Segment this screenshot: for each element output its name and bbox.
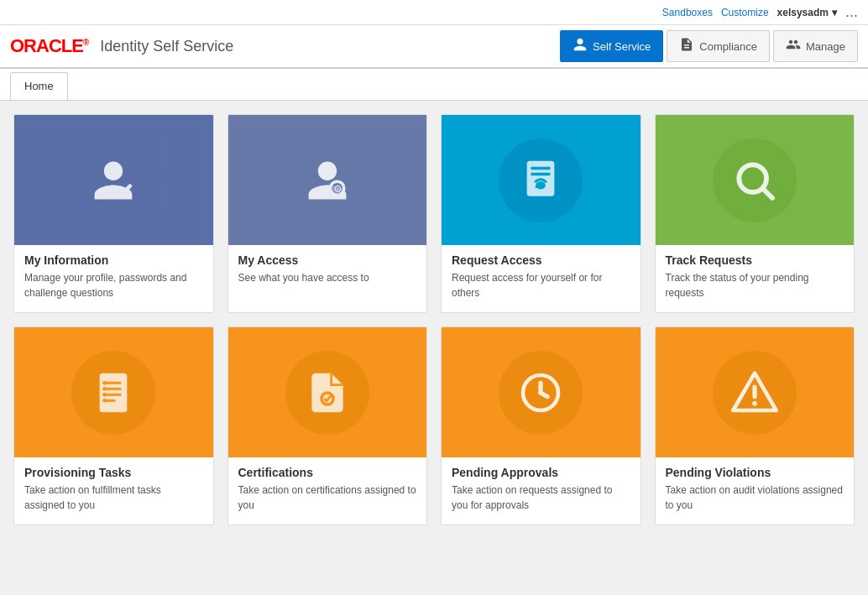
- svg-point-14: [102, 381, 107, 385]
- svg-line-8: [763, 189, 772, 198]
- card-my-access[interactable]: ⚙ My Access See what you have access to: [227, 114, 428, 313]
- card-icon-circle: [285, 351, 369, 435]
- nav-compliance[interactable]: Compliance: [667, 30, 770, 62]
- svg-point-15: [102, 387, 107, 391]
- tab-home-label: Home: [24, 80, 54, 92]
- svg-rect-5: [531, 172, 551, 175]
- card-icon-area-provisioning-tasks: [14, 327, 213, 457]
- card-icon-area-my-access: ⚙: [228, 115, 427, 245]
- card-title-request-access: Request Access: [452, 253, 630, 267]
- username-label: xelsysadm: [777, 7, 829, 18]
- card-icon-area-pending-approvals: [442, 327, 641, 457]
- svg-rect-9: [100, 373, 128, 412]
- svg-point-17: [102, 399, 107, 403]
- card-icon-circle: [713, 138, 797, 222]
- card-my-information[interactable]: My Information Manage your profile, pass…: [13, 114, 214, 313]
- card-desc-track-requests: Track the status of your pending request…: [666, 270, 844, 300]
- card-title-my-information: My Information: [24, 253, 203, 267]
- card-title-track-requests: Track Requests: [666, 253, 844, 267]
- more-options-icon[interactable]: ...: [845, 3, 858, 21]
- manage-icon: [786, 37, 801, 55]
- svg-point-16: [102, 393, 107, 397]
- card-desc-pending-violations: Take action on audit violations assigned…: [666, 483, 844, 513]
- card-icon-area-my-information: [14, 115, 213, 245]
- card-track-requests[interactable]: Track Requests Track the status of your …: [655, 114, 855, 313]
- sandboxes-link[interactable]: Sandboxes: [662, 7, 713, 18]
- top-bar: Sandboxes Customize xelsysadm ▾ ...: [0, 0, 868, 25]
- customize-link[interactable]: Customize: [721, 7, 769, 18]
- tab-bar: Home: [0, 69, 868, 101]
- header-nav: Self Service Compliance Manage: [560, 30, 858, 62]
- card-icon-circle: [499, 138, 583, 222]
- compliance-icon: [679, 37, 694, 55]
- card-body-certifications: Certifications Take action on certificat…: [228, 457, 427, 525]
- user-menu[interactable]: xelsysadm ▾: [777, 7, 837, 18]
- card-icon-area-pending-violations: [656, 327, 855, 457]
- svg-line-21: [541, 393, 547, 397]
- card-body-track-requests: Track Requests Track the status of your …: [656, 245, 855, 312]
- card-body-pending-violations: Pending Violations Take action on audit …: [656, 457, 855, 525]
- card-provisioning-tasks[interactable]: Provisioning Tasks Take action on fulfil…: [13, 326, 214, 525]
- card-certifications[interactable]: Certifications Take action on certificat…: [227, 326, 428, 525]
- nav-compliance-label: Compliance: [699, 40, 757, 53]
- nav-manage[interactable]: Manage: [773, 30, 858, 62]
- card-icon-area-request-access: [442, 115, 641, 245]
- card-icon-circle: [713, 351, 797, 435]
- card-body-my-information: My Information Manage your profile, pass…: [14, 245, 213, 312]
- svg-text:⚙: ⚙: [333, 183, 342, 194]
- card-pending-approvals[interactable]: Pending Approvals Take action on request…: [441, 326, 641, 525]
- card-body-request-access: Request Access Request access for yourse…: [442, 245, 641, 312]
- header: ORACLE® Identity Self Service Self Servi…: [0, 25, 868, 69]
- card-icon-area-certifications: [228, 327, 427, 457]
- card-title-pending-approvals: Pending Approvals: [452, 466, 630, 479]
- card-title-pending-violations: Pending Violations: [666, 466, 844, 479]
- card-desc-certifications: Take action on certifications assigned t…: [238, 483, 417, 513]
- card-title-certifications: Certifications: [238, 466, 417, 479]
- card-desc-provisioning-tasks: Take action on fulfillment tasks assigne…: [24, 483, 203, 513]
- card-body-my-access: My Access See what you have access to: [228, 245, 427, 297]
- card-desc-pending-approvals: Take action on requests assigned to you …: [452, 483, 630, 513]
- svg-point-23: [752, 401, 757, 406]
- self-service-icon: [573, 37, 588, 55]
- oracle-wordmark: ORACLE®: [10, 35, 88, 57]
- app-title: Identity Self Service: [100, 38, 233, 55]
- card-title-my-access: My Access: [238, 253, 417, 267]
- card-desc-my-access: See what you have access to: [238, 270, 417, 285]
- svg-rect-4: [531, 166, 551, 170]
- nav-self-service[interactable]: Self Service: [560, 30, 663, 62]
- card-icon-area-track-requests: [656, 115, 855, 245]
- card-request-access[interactable]: Request Access Request access for yourse…: [441, 114, 641, 313]
- nav-self-service-label: Self Service: [593, 40, 651, 53]
- card-icon-circle: ⚙: [285, 138, 369, 222]
- header-left: ORACLE® Identity Self Service: [10, 35, 233, 57]
- card-grid: My Information Manage your profile, pass…: [13, 114, 855, 525]
- card-icon-circle: [71, 138, 155, 222]
- oracle-logo: ORACLE®: [10, 35, 88, 57]
- card-title-provisioning-tasks: Provisioning Tasks: [24, 466, 203, 479]
- card-desc-request-access: Request access for yourself or for other…: [452, 270, 630, 300]
- card-icon-circle: [71, 351, 155, 435]
- nav-manage-label: Manage: [806, 40, 845, 53]
- card-desc-my-information: Manage your profile, passwords and chall…: [24, 270, 203, 300]
- card-icon-circle: [499, 351, 583, 435]
- dropdown-arrow-icon: ▾: [832, 7, 837, 18]
- card-pending-violations[interactable]: Pending Violations Take action on audit …: [655, 326, 855, 525]
- tab-home[interactable]: Home: [10, 72, 68, 100]
- card-body-provisioning-tasks: Provisioning Tasks Take action on fulfil…: [14, 457, 213, 525]
- card-body-pending-approvals: Pending Approvals Take action on request…: [442, 457, 641, 525]
- main-content: My Information Manage your profile, pass…: [0, 101, 868, 539]
